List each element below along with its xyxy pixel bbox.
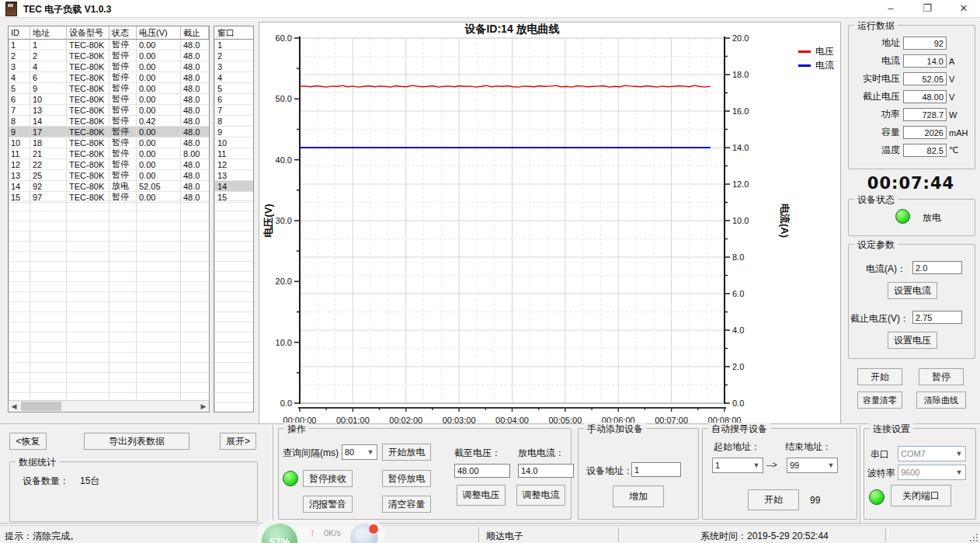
table-row[interactable]: 46TEC-80K暂停0.0048.0 [9, 72, 209, 83]
svg-text:20.0: 20.0 [276, 277, 292, 286]
table-row[interactable]: 34TEC-80K暂停0.0048.0 [9, 61, 209, 72]
column-header[interactable]: 截止 [181, 26, 209, 39]
pause-discharge-button[interactable]: 暂停放电 [382, 470, 431, 487]
device-table-hscrollbar[interactable]: ◀ ▶ [9, 400, 209, 412]
chevron-down-icon: ▼ [954, 447, 964, 461]
start-discharge-button[interactable]: 开始放电 [382, 444, 431, 461]
window-row[interactable]: 11 [214, 148, 253, 159]
clear-curve-button[interactable]: 清除曲线 [916, 392, 966, 409]
window-row[interactable]: 7 [214, 105, 253, 116]
table-row[interactable]: 1018TEC-80K暂停0.0048.0 [9, 137, 209, 148]
column-header[interactable]: 设备型号 [67, 26, 109, 39]
chevron-down-icon: ▼ [826, 458, 836, 472]
window-row[interactable]: 12 [214, 159, 253, 170]
port-light-icon [869, 489, 884, 505]
interval-dropdown[interactable]: 80▼ [342, 444, 377, 460]
window-row[interactable]: 9 [214, 127, 253, 137]
run-data-row: 电流14.0A [852, 54, 973, 68]
chart-legend: 电压电流 [798, 44, 834, 72]
divider [478, 527, 481, 542]
pause-receive-button[interactable]: 暂停接收 [303, 470, 353, 487]
device-table-empty-area [9, 191, 209, 401]
run-data-row: 容量2026mAH [852, 126, 973, 139]
minimize-button[interactable]: – [879, 0, 902, 17]
window-row[interactable]: 8 [214, 116, 253, 127]
baud-rate-dropdown[interactable]: 9600▼ [898, 465, 966, 480]
mute-alarm-button[interactable]: 消报警音 [303, 496, 353, 513]
set-current-button[interactable]: 设置电流 [888, 282, 937, 299]
window-row[interactable]: 2 [214, 50, 253, 61]
start-addr-dropdown[interactable]: 1▼ [712, 458, 763, 473]
close-port-button[interactable]: 关闭端口 [891, 485, 951, 506]
clear-capacity-button[interactable]: 清空容量 [382, 496, 431, 513]
status-hint: 提示：清除完成。 [5, 530, 79, 543]
set-params-group: 设定参数 电流(A)： 2.0 设置电流 截止电压(V)： 2.75 设置电压 [848, 244, 975, 359]
set-voltage-button[interactable]: 设置电压 [888, 332, 937, 349]
window-row[interactable]: 13 [214, 170, 253, 181]
table-row[interactable]: 1222TEC-80K暂停0.0048.0 [9, 159, 209, 170]
device-addr-input[interactable]: 1 [631, 462, 681, 477]
upload-speed-value: 0K/s [324, 528, 341, 538]
restore-button[interactable]: <恢复 [9, 433, 47, 450]
table-row[interactable]: 11TEC-80K暂停0.0048.0 [9, 40, 209, 50]
window-row[interactable]: 4 [214, 72, 253, 83]
auto-search-title: 自动搜寻设备 [708, 423, 770, 436]
maximize-button[interactable]: ❐ [916, 0, 939, 17]
table-row[interactable]: 1492TEC-80K放电52.0548.0 [9, 181, 209, 192]
scrollbar-thumb[interactable] [21, 402, 61, 411]
device-addr-label: 设备地址： [586, 465, 633, 478]
column-header[interactable]: 地址 [30, 26, 67, 39]
table-row[interactable]: 610TEC-80K暂停0.0048.0 [9, 94, 209, 105]
op-cutoff-input[interactable]: 48.00 [454, 464, 510, 478]
end-addr-dropdown[interactable]: 99▼ [787, 458, 838, 473]
window-row[interactable]: 1 [214, 40, 253, 50]
window-row[interactable]: 14 [214, 181, 253, 192]
resize-grip-icon[interactable] [969, 533, 978, 542]
start-button[interactable]: 开始 [857, 368, 902, 385]
svg-text:16.0: 16.0 [732, 106, 749, 116]
scroll-left-icon[interactable]: ◀ [9, 401, 19, 412]
table-row[interactable]: 1325TEC-80K暂停0.0048.0 [9, 170, 209, 181]
run-data-value: 48.00 [903, 90, 947, 103]
device-table-body: 11TEC-80K暂停0.0048.022TEC-80K暂停0.0048.034… [9, 40, 209, 203]
window-row[interactable]: 10 [214, 137, 253, 148]
percent-value: 57% [269, 536, 290, 543]
set-current-input[interactable]: 2.0 [912, 261, 962, 274]
window-row[interactable]: 6 [214, 94, 253, 105]
operation-title: 操作 [284, 423, 309, 436]
pause-button[interactable]: 暂停 [919, 368, 964, 385]
table-row[interactable]: 917TEC-80K暂停0.0048.0 [9, 127, 209, 137]
add-device-button[interactable]: 增加 [613, 486, 664, 507]
percent-circle-icon[interactable]: 57% [260, 522, 299, 543]
table-row[interactable]: 814TEC-80K暂停0.4248.0 [9, 116, 209, 127]
set-cutoff-input[interactable]: 2.75 [912, 311, 962, 324]
table-row[interactable]: 713TEC-80K暂停0.0048.0 [9, 105, 209, 116]
column-header[interactable]: ID [9, 26, 30, 39]
capacity-clear-button[interactable]: 容量清零 [857, 392, 902, 409]
svg-text:0.0: 0.0 [732, 399, 744, 408]
status-bar: 提示：清除完成。 顺达电子 系统时间：2019-5-29 20:52:44 [0, 525, 980, 543]
serial-port-dropdown[interactable]: COM7▼ [898, 446, 966, 461]
op-current-input[interactable]: 14.0 [518, 464, 574, 478]
column-header[interactable]: 电压(V) [137, 26, 181, 39]
notification-icon[interactable] [350, 524, 378, 543]
run-data-value: 52.05 [903, 72, 947, 85]
scroll-right-icon[interactable]: ▶ [198, 401, 209, 412]
column-header[interactable]: 状态 [109, 26, 137, 39]
svg-text:12.0: 12.0 [732, 179, 749, 189]
search-start-button[interactable]: 开始 [748, 489, 799, 510]
export-list-button[interactable]: 导出列表数据 [84, 433, 189, 450]
close-button[interactable]: ✕ [952, 0, 975, 17]
table-row[interactable]: 59TEC-80K暂停0.0048.0 [9, 83, 209, 94]
floating-speed-widget[interactable]: 57% ↑ 0K/s [257, 520, 384, 543]
table-row[interactable]: 22TEC-80K暂停0.0048.0 [9, 50, 209, 61]
svg-text:00:05:00: 00:05:00 [548, 416, 582, 423]
window-row[interactable]: 3 [214, 61, 253, 72]
window-row[interactable]: 5 [214, 83, 253, 94]
adjust-current-button[interactable]: 调整电流 [516, 485, 565, 506]
expand-button[interactable]: 展开> [220, 433, 256, 450]
discharge-chart: 0.010.020.030.040.050.060.00.02.04.06.08… [259, 23, 840, 423]
svg-text:20.0: 20.0 [732, 33, 749, 43]
table-row[interactable]: 1121TEC-80K暂停0.008.00 [9, 148, 209, 159]
adjust-voltage-button[interactable]: 调整电压 [457, 485, 506, 506]
